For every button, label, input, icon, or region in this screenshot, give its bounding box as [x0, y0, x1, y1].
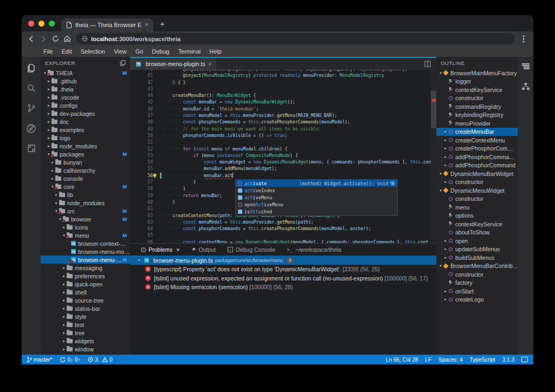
folder-item-widgets[interactable]: ▸widgets: [41, 337, 130, 345]
file-item-browser-menu-plugin.ts[interactable]: TSbrowser-menu-plugin.tsM: [41, 256, 130, 264]
suggest-item-activeIndex[interactable]: activeIndex: [236, 187, 397, 194]
debug-icon[interactable]: [25, 122, 37, 134]
problems-status[interactable]: 3 0: [88, 357, 112, 363]
folder-item-logo[interactable]: ▸logo: [41, 134, 130, 142]
folder-item-style[interactable]: ▸style: [41, 312, 130, 321]
code-line-46[interactable]: 46········menuBar.id = 'theia:menubar';: [130, 106, 431, 113]
forward-button[interactable]: [38, 34, 49, 44]
git-branch-status[interactable]: master*: [27, 357, 52, 363]
close-window-icon[interactable]: [28, 21, 34, 27]
outline-item-addPhosphorCommand[interactable]: ▸addPhosphorCommand: [436, 161, 518, 170]
menubar-item-help[interactable]: Help: [205, 48, 226, 55]
folder-item-quick-open[interactable]: ▸quick-open: [41, 280, 130, 288]
outline-item-constructor[interactable]: ▸constructor: [436, 178, 518, 187]
lightbulb-icon[interactable]: [152, 173, 157, 178]
zoom-window-icon[interactable]: [49, 21, 55, 27]
menubar-item-go[interactable]: Go: [131, 48, 148, 55]
suggest-item-activeMenu[interactable]: activeMenu: [236, 194, 397, 201]
file-item-browser-menu-module.ts[interactable]: TSbrowser-menu-module.ts: [41, 247, 130, 256]
folder-item-browser[interactable]: ▾browserM: [41, 215, 130, 223]
outline-item-open[interactable]: ▸open: [436, 237, 518, 245]
code-line-47[interactable]: 47········const menuModel = this.menuPro…: [130, 113, 431, 119]
folder-item-messaging[interactable]: ▸messaging: [41, 264, 130, 272]
search-icon[interactable]: [25, 82, 37, 94]
folder-item-bunyan[interactable]: ▸bunyan: [41, 158, 130, 166]
outline-item-createMenuBar[interactable]: ▸createMenuBar: [436, 128, 518, 136]
folder-item-lib[interactable]: ▸lib: [41, 191, 130, 199]
problem-row[interactable]: ✕[typescript] Property 'act' does not ex…: [130, 265, 436, 274]
folder-item-configs[interactable]: ▸configs: [41, 101, 130, 109]
menubar-item-terminal[interactable]: Terminal: [174, 48, 205, 55]
editor-scrollbar-thumb[interactable]: [431, 90, 436, 128]
code-line-51[interactable]: 51: [130, 139, 431, 146]
menubar-item-edit[interactable]: Edit: [57, 48, 76, 55]
outline-item-contextKeyService[interactable]: contextKeyService: [436, 220, 518, 228]
panel-tab-problems[interactable]: !Problems×: [135, 246, 185, 253]
code-line-66[interactable]: 66········const contextMenu = new Dynami…: [130, 239, 431, 243]
file-item-browser-context-menu-r...[interactable]: TSbrowser-context-menu-r...: [41, 239, 130, 247]
problem-row[interactable]: ✕[tslint] unused expression, expected an…: [130, 274, 436, 283]
outline-item-menuProvider[interactable]: menuProvider: [436, 119, 518, 128]
outline-item-BrowserMenuBarContrib[interactable]: ▾BrowserMenuBarContrib...: [436, 262, 518, 271]
code-line-64[interactable]: 64········const phosphorCommands = this.…: [130, 226, 431, 232]
folder-item-console[interactable]: ▸console: [41, 174, 130, 182]
menubar-item-selection[interactable]: Selection: [76, 48, 109, 55]
info-icon[interactable]: i: [390, 181, 395, 186]
folder-item-doc[interactable]: ▸doc: [41, 117, 130, 126]
outline-item-contextKeyService[interactable]: contextKeyService: [436, 86, 518, 94]
folder-item-.github[interactable]: ▸.github: [41, 77, 130, 85]
outline-item-commandRegistry[interactable]: commandRegistry: [436, 102, 518, 111]
status-item[interactable]: Spaces: 4: [438, 357, 462, 363]
folder-item-core[interactable]: ▾coreM: [41, 182, 130, 191]
extensions-icon[interactable]: [25, 142, 37, 154]
folder-item-THEIA[interactable]: ▾THEIAM: [41, 69, 130, 77]
folder-item-callhierarchy[interactable]: ▸callhierarchy: [41, 166, 130, 174]
browser-tab-close-icon[interactable]: ×: [145, 21, 149, 29]
explorer-icon[interactable]: [25, 62, 37, 74]
code-line-55[interactable]: 55················menuBar.addMenu(menuWi…: [130, 166, 431, 172]
source-control-icon[interactable]: [25, 102, 37, 114]
folder-item-.vscode[interactable]: ▸.vscode: [41, 93, 130, 101]
file-item-about-dialog.ts[interactable]: TSabout-dialog.ts: [41, 353, 130, 355]
code-line-49[interactable]: 49········// for the main menu we want a…: [130, 126, 431, 133]
outline-item-menu[interactable]: menu: [436, 203, 518, 212]
outline-item-logger[interactable]: logger: [436, 77, 518, 86]
outline-item-factory[interactable]: factory: [436, 279, 518, 288]
home-button[interactable]: [62, 34, 73, 44]
code-line-45[interactable]: 45········const menuBar = new DynamicMen…: [130, 99, 431, 106]
problem-row[interactable]: ✕[tslint] Missing semicolon (semicolon) …: [130, 283, 436, 292]
browser-tab[interactable]: theia — Theia Browser Example ×: [61, 18, 153, 31]
suggest-item-activate[interactable]: activate(method) Widget.activate(): void…: [236, 180, 397, 187]
outline-item-aboutToShow[interactable]: aboutToShow: [436, 228, 518, 237]
code-line-53[interactable]: 53············if (menu instanceof Compos…: [130, 153, 431, 159]
folder-item-.theia[interactable]: ▸.theia: [41, 85, 130, 93]
reload-button[interactable]: [50, 34, 61, 44]
code-line-41[interactable]: 41········@inject(MenuModelRegistry) pro…: [130, 73, 431, 79]
outline-item-DynamicMenuBarWidget[interactable]: ▾DynamicMenuBarWidget: [436, 169, 518, 178]
folder-item-tree[interactable]: ▸tree: [41, 329, 130, 337]
outline-item-BrowserMainMenuFactory[interactable]: ▾BrowserMainMenuFactory: [436, 69, 518, 77]
outline-item-buildSubMenus[interactable]: ▸buildSubMenus: [436, 253, 518, 262]
folder-item-menu[interactable]: ▾menuM: [41, 231, 130, 239]
outline-item-createPhosphorComma[interactable]: ▸createPhosphorComma...: [436, 145, 518, 153]
code-line-52[interactable]: 52········for (const menu of menuModel.c…: [130, 146, 431, 153]
outline-view-icon[interactable]: [520, 61, 531, 72]
outline-item-DynamicMenuWidget[interactable]: ▾DynamicMenuWidget: [436, 186, 518, 195]
folder-item-status-bar[interactable]: ▸status-bar: [41, 304, 130, 312]
code-line-43[interactable]: 43: [130, 86, 431, 93]
code-line-44[interactable]: 44····createMenuBar(): MenuBarWidget {: [130, 93, 431, 99]
new-tab-button[interactable]: +: [153, 19, 171, 28]
outline-item-createContextMenu[interactable]: ▸createContextMenu: [436, 136, 518, 145]
folder-item-packages[interactable]: ▾packagesM: [41, 150, 130, 158]
status-item[interactable]: TypeScript: [470, 357, 495, 363]
outline-item-keybindingRegistry[interactable]: keybindingRegistry: [436, 111, 518, 120]
problems-file-row[interactable]: ▾ TS browser-menu-plugin.ts packages/cor…: [130, 256, 436, 265]
folder-item-examples[interactable]: ▸examples: [41, 126, 130, 134]
code-line-56[interactable]: 56················menuBar.act: [130, 173, 431, 179]
code-line-65[interactable]: 65: [130, 232, 431, 239]
panel-tab-output[interactable]: ⚑Output: [186, 246, 222, 253]
folder-item-window[interactable]: ▸window: [41, 345, 130, 353]
menubar-item-file[interactable]: File: [39, 48, 57, 55]
split-editor-icon[interactable]: [424, 61, 431, 67]
panel-tab-terminal[interactable]: >_~/workspace/theia: [282, 246, 347, 253]
